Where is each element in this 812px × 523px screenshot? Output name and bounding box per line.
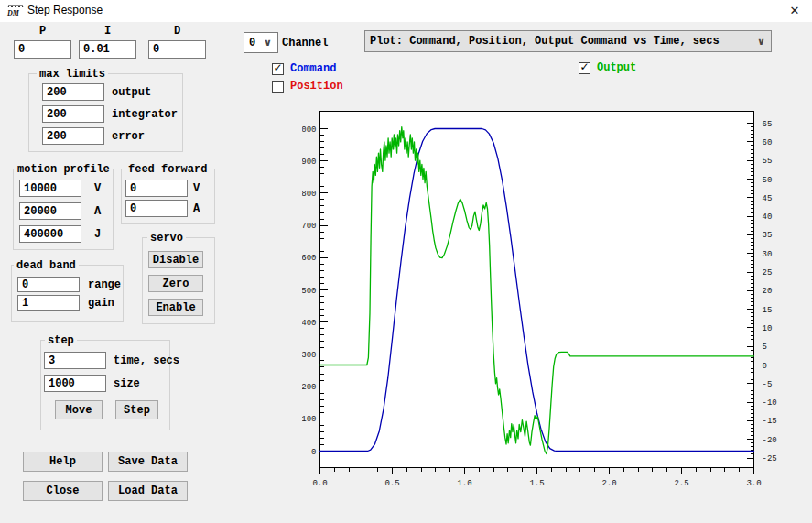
right-axis-label: 25 (763, 268, 773, 278)
load-data-button[interactable]: Load Data (108, 481, 188, 501)
max-error-label: error (112, 130, 145, 143)
close-window-button[interactable]: ✕ (785, 2, 805, 20)
right-axis-label: 35 (763, 231, 773, 240)
command-checkbox[interactable]: ✓ (272, 63, 284, 75)
servo-zero-button[interactable]: Zero (148, 275, 203, 292)
chevron-down-icon: ∨ (264, 37, 277, 49)
dead-band-group (11, 265, 124, 322)
max-integrator-input[interactable] (42, 105, 104, 123)
step-response-chart: 01002003004005006007008009001000-25-20-1… (302, 99, 812, 523)
left-axis-label: 800 (302, 190, 317, 199)
motion-v-input[interactable] (19, 180, 81, 197)
chevron-down-icon: ∨ (757, 36, 771, 48)
plot-select-value: Plot: Command, Position, Output Command … (370, 35, 720, 48)
d-label: D (148, 25, 206, 38)
output-checkbox[interactable]: ✓ (579, 62, 590, 74)
position-checkbox-label: Position (290, 80, 343, 93)
help-button[interactable]: Help (23, 452, 103, 472)
motion-j-input[interactable] (19, 225, 81, 243)
x-axis-label: 0.5 (384, 479, 399, 488)
dead-band-gain-input[interactable] (17, 295, 80, 311)
right-axis-label: 55 (763, 157, 773, 166)
motion-a-label: A (94, 205, 101, 218)
right-axis-label: 30 (763, 250, 773, 259)
motion-j-label: J (94, 228, 101, 241)
right-axis-label: 50 (763, 176, 773, 185)
plot-select[interactable]: Plot: Command, Position, Output Command … (364, 30, 772, 52)
max-integrator-label: integrator (112, 108, 178, 121)
left-axis-label: 400 (302, 319, 317, 328)
left-axis-label: 1000 (302, 125, 317, 135)
title-bar: DM Step Response ✕ (0, 0, 812, 22)
i-input[interactable] (79, 40, 136, 59)
left-axis-label: 0 (311, 448, 316, 457)
motion-v-label: V (94, 182, 101, 195)
right-axis-label: -20 (763, 436, 777, 445)
step-button[interactable]: Step (115, 400, 158, 419)
output-checkbox-label: Output (597, 61, 636, 74)
x-axis-label: 1.5 (529, 479, 544, 488)
step-response-window: DM Step Response ✕ P I D max limits outp… (0, 0, 812, 523)
dead-band-title: dead band (14, 259, 79, 272)
close-button[interactable]: Close (23, 481, 103, 501)
channel-select[interactable]: 0 ∨ (244, 32, 278, 53)
channel-value: 0 (249, 37, 255, 49)
step-time-input[interactable] (44, 352, 106, 369)
check-icon: ✓ (273, 63, 283, 73)
channel-label: Channel (282, 37, 328, 49)
ff-v-input[interactable] (125, 180, 188, 197)
left-axis-label: 300 (302, 351, 317, 360)
dead-band-range-input[interactable] (17, 277, 80, 292)
step-size-input[interactable] (44, 375, 106, 392)
right-axis-label: 40 (763, 212, 773, 222)
p-label: P (14, 25, 71, 38)
left-axis-label: 100 (302, 415, 317, 424)
save-data-button[interactable]: Save Data (108, 452, 188, 472)
max-error-input[interactable] (42, 127, 104, 145)
x-axis-label: 2.5 (674, 479, 688, 488)
right-axis-label: 20 (763, 287, 773, 296)
ff-a-input[interactable] (125, 200, 188, 217)
step-size-label: size (114, 377, 140, 390)
right-axis-label: 10 (763, 324, 773, 333)
position-checkbox[interactable] (272, 81, 284, 93)
dead-band-range-label: range (88, 278, 121, 291)
servo-disable-button[interactable]: Disable (148, 251, 203, 268)
left-axis-label: 200 (302, 383, 317, 392)
servo-enable-button[interactable]: Enable (148, 299, 203, 316)
app-icon: DM (7, 3, 24, 18)
right-axis-label: -10 (763, 398, 777, 408)
x-axis-label: 3.0 (746, 479, 761, 488)
right-axis-label: 45 (763, 194, 773, 203)
left-axis-label: 600 (302, 254, 317, 263)
step-title: step (45, 334, 77, 347)
right-axis-label: 5 (763, 343, 767, 352)
command-checkbox-label: Command (290, 62, 336, 75)
right-axis-label: 65 (763, 120, 773, 129)
move-button[interactable]: Move (55, 400, 103, 419)
right-axis-label: -5 (763, 380, 773, 389)
d-input[interactable] (148, 40, 206, 59)
right-axis-label: -15 (763, 417, 777, 426)
app-icon-text: DM (7, 9, 19, 17)
left-axis-label: 500 (302, 287, 317, 296)
check-icon: ✓ (579, 62, 590, 72)
p-input[interactable] (14, 40, 71, 59)
motion-profile-title: motion profile (15, 163, 113, 176)
servo-title: servo (147, 232, 186, 245)
left-axis-label: 900 (302, 158, 317, 167)
x-axis-label: 1.0 (457, 479, 471, 488)
max-output-input[interactable] (42, 83, 104, 101)
x-axis-label: 0.0 (312, 479, 327, 488)
ff-a-label: A (193, 202, 200, 215)
left-axis-label: 700 (302, 222, 317, 231)
max-limits-title: max limits (37, 68, 108, 81)
max-output-label: output (112, 86, 151, 99)
dead-band-gain-label: gain (88, 297, 114, 310)
ff-v-label: V (193, 182, 200, 195)
right-axis-label: 15 (763, 306, 773, 315)
motion-a-input[interactable] (19, 202, 81, 220)
right-axis-label: -25 (763, 454, 777, 463)
right-axis-label: 0 (763, 362, 767, 371)
feed-forward-title: feed forward (125, 163, 210, 176)
